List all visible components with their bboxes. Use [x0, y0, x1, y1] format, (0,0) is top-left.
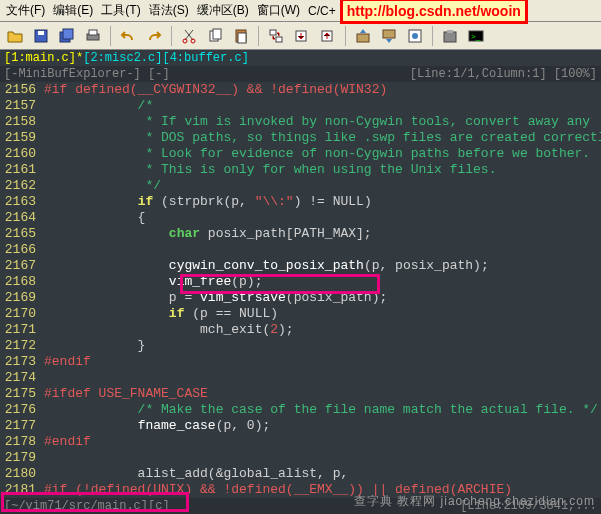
status-bar: [~/vim71/src/main.c][c] [Line:2169/3841,… [0, 498, 601, 514]
line-number: 2168 [0, 274, 44, 290]
save-session-icon[interactable] [378, 25, 400, 47]
svg-rect-21 [447, 30, 453, 33]
code-line[interactable]: 2164 { [0, 210, 601, 226]
menu-syntax[interactable]: 语法(S) [145, 0, 193, 21]
line-number: 2180 [0, 466, 44, 482]
code-line[interactable]: 2163 if (strpbrk(p, "\\:") != NULL) [0, 194, 601, 210]
line-number: 2157 [0, 98, 44, 114]
line-number: 2169 [0, 290, 44, 306]
shell-icon[interactable]: >_ [465, 25, 487, 47]
print-icon[interactable] [82, 25, 104, 47]
url-overlay: http://blog.csdn.net/wooin [340, 0, 528, 24]
code-line[interactable]: 2165 char posix_path[PATH_MAX]; [0, 226, 601, 242]
find-replace-icon[interactable] [265, 25, 287, 47]
toolbar-separator [258, 26, 259, 46]
line-number: 2178 [0, 434, 44, 450]
code-line[interactable]: 2168 vim_free(p); [0, 274, 601, 290]
minibuf-right: [Line:1/1,Column:1] [100%] [410, 66, 597, 82]
line-number: 2181 [0, 482, 44, 498]
menu-edit[interactable]: 编辑(E) [49, 0, 97, 21]
code-line[interactable]: 2166 [0, 242, 601, 258]
svg-rect-13 [276, 37, 282, 42]
line-number: 2162 [0, 178, 44, 194]
line-number: 2160 [0, 146, 44, 162]
line-number: 2167 [0, 258, 44, 274]
find-prev-icon[interactable] [317, 25, 339, 47]
line-number: 2179 [0, 450, 44, 466]
run-script-icon[interactable] [404, 25, 426, 47]
code-line[interactable]: 2177 fname_case(p, 0); [0, 418, 601, 434]
toolbar: >_ [0, 22, 601, 50]
save-icon[interactable] [30, 25, 52, 47]
code-line[interactable]: 2170 if (p == NULL) [0, 306, 601, 322]
menu-bar: 文件(F) 编辑(E) 工具(T) 语法(S) 缓冲区(B) 窗口(W) C/C… [0, 0, 601, 22]
buffer-item[interactable]: [2:misc2.c] [83, 51, 162, 65]
line-number: 2158 [0, 114, 44, 130]
menu-tools[interactable]: 工具(T) [97, 0, 144, 21]
line-number: 2173 [0, 354, 44, 370]
code-line[interactable]: 2158 * If vim is invoked by non-Cygwin t… [0, 114, 601, 130]
code-line[interactable]: 2159 * DOS paths, so things like .swp fi… [0, 130, 601, 146]
svg-rect-9 [213, 29, 221, 39]
code-line[interactable]: 2179 [0, 450, 601, 466]
menu-window[interactable]: 窗口(W) [253, 0, 304, 21]
code-line[interactable]: 2172 } [0, 338, 601, 354]
editor-area: [1:main.c]*[2:misc2.c][4:buffer.c] [-Min… [0, 50, 601, 514]
code-line[interactable]: 2169 p = vim_strsave(posix_path); [0, 290, 601, 306]
toolbar-separator [345, 26, 346, 46]
code-line[interactable]: 2162 */ [0, 178, 601, 194]
code-line[interactable]: 2171 mch_exit(2); [0, 322, 601, 338]
cut-icon[interactable] [178, 25, 200, 47]
menu-buffers[interactable]: 缓冲区(B) [193, 0, 253, 21]
line-number: 2159 [0, 130, 44, 146]
buffer-item[interactable]: [4:buffer.c] [162, 51, 248, 65]
menu-file[interactable]: 文件(F) [2, 0, 49, 21]
toolbar-separator [171, 26, 172, 46]
code-line[interactable]: 2156#if defined(__CYGWIN32__) && !define… [0, 82, 601, 98]
redo-icon[interactable] [143, 25, 165, 47]
buffer-list[interactable]: [1:main.c]*[2:misc2.c][4:buffer.c] [0, 50, 601, 66]
make-icon[interactable] [439, 25, 461, 47]
svg-rect-12 [270, 30, 276, 35]
toolbar-separator [432, 26, 433, 46]
code-line[interactable]: 2167 cygwin_conv_to_posix_path(p, posix_… [0, 258, 601, 274]
line-number: 2166 [0, 242, 44, 258]
status-pos: [Line:2169/3841,... [460, 498, 597, 514]
line-number: 2163 [0, 194, 44, 210]
copy-icon[interactable] [204, 25, 226, 47]
svg-rect-1 [38, 31, 44, 35]
find-next-icon[interactable] [291, 25, 313, 47]
line-number: 2175 [0, 386, 44, 402]
status-path: [~/vim71/src/main.c][c] [4, 498, 170, 514]
code-line[interactable]: 2173#endif [0, 354, 601, 370]
code-line[interactable]: 2174 [0, 370, 601, 386]
buffer-selected[interactable]: [1:main.c]* [4, 51, 83, 65]
code-line[interactable]: 2181#if (!defined(UNIX) && !defined(__EM… [0, 482, 601, 498]
line-number: 2161 [0, 162, 44, 178]
code-line[interactable]: 2160 * Look for evidence of non-Cygwin p… [0, 146, 601, 162]
svg-rect-17 [383, 30, 395, 38]
line-number: 2164 [0, 210, 44, 226]
toolbar-separator [110, 26, 111, 46]
code-line[interactable]: 2175#ifdef USE_FNAME_CASE [0, 386, 601, 402]
code-viewport[interactable]: 2156#if defined(__CYGWIN32__) && !define… [0, 82, 601, 498]
minibuf-status: [-MiniBufExplorer-] [-] [Line:1/1,Column… [0, 66, 601, 82]
paste-icon[interactable] [230, 25, 252, 47]
code-line[interactable]: 2180 alist_add(&global_alist, p, [0, 466, 601, 482]
line-number: 2176 [0, 402, 44, 418]
code-line[interactable]: 2157 /* [0, 98, 601, 114]
minibuf-left: [-MiniBufExplorer-] [-] [4, 66, 170, 82]
load-session-icon[interactable] [352, 25, 374, 47]
menu-lang[interactable]: C/C+ [304, 2, 340, 20]
undo-icon[interactable] [117, 25, 139, 47]
save-all-icon[interactable] [56, 25, 78, 47]
line-number: 2171 [0, 322, 44, 338]
line-number: 2170 [0, 306, 44, 322]
line-number: 2172 [0, 338, 44, 354]
open-icon[interactable] [4, 25, 26, 47]
line-number: 2177 [0, 418, 44, 434]
code-line[interactable]: 2176 /* Make the case of the file name m… [0, 402, 601, 418]
line-number: 2165 [0, 226, 44, 242]
code-line[interactable]: 2161 * This is only for when using the U… [0, 162, 601, 178]
code-line[interactable]: 2178#endif [0, 434, 601, 450]
